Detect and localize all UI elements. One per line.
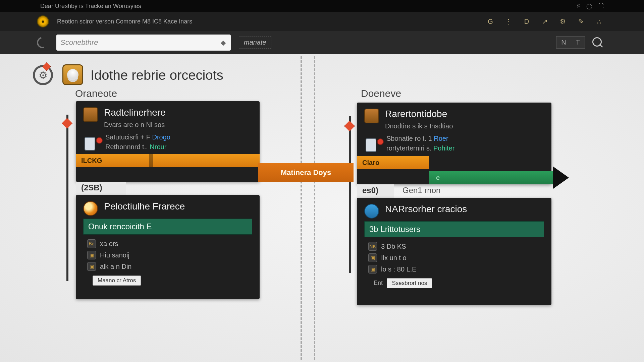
globe-icon — [364, 204, 379, 219]
list-item[interactable]: Be xa ors — [76, 238, 260, 249]
bar-subvalue-left: (2SB) — [76, 182, 126, 195]
section-label-left: Oraneote — [75, 88, 117, 99]
item-label: lo s : 80 L.E — [381, 265, 417, 273]
item-label: Hiu sanoij — [100, 251, 129, 259]
node-line: Rethonnnrd t.. Nrour — [105, 142, 170, 152]
node-right-lower[interactable]: NARrsorher cracios 3b Lrittotusers NK 3 … — [357, 198, 551, 305]
section-label-right: Doeneve — [361, 88, 401, 99]
browser-icon — [83, 201, 98, 216]
node-line: rortyterterniri s. Pohiter — [386, 143, 454, 153]
item-label: alk a n Din — [100, 263, 132, 270]
node-title: Radtelinerhere — [104, 107, 166, 118]
search-input[interactable] — [60, 38, 219, 47]
connector-label: Matinera Doys — [258, 163, 354, 182]
node-line: Satutucisrfi + F Drogo — [105, 132, 170, 142]
item-label: xa ors — [100, 240, 118, 248]
menu-edit-icon[interactable]: ✎ — [576, 17, 586, 26]
window-min-icon[interactable]: ⎘ — [577, 3, 580, 9]
arrow-right-icon — [553, 166, 569, 189]
menu-bar: ● Reotion sciror verson Comonre M8 IC8 K… — [0, 12, 644, 31]
node-left-lower[interactable]: Peloctiulhe Frarece Onuk rencoicith E Be… — [76, 195, 260, 299]
list-item[interactable]: ▣ lo s : 80 L.E — [357, 263, 551, 275]
item-icon: Be — [87, 239, 96, 248]
menu-items[interactable]: Reotion sciror verson Comonre M8 IC8 Kac… — [57, 18, 192, 25]
node-title: Rarertontidobe — [385, 109, 453, 119]
window-controls: ⎘ ◯ ⛶ — [577, 3, 604, 9]
item-label: 3 Db KS — [381, 243, 406, 250]
strip-label: Onuk rencoicith E — [88, 222, 152, 231]
flag-marker-icon — [62, 118, 72, 129]
menu-dots-icon[interactable]: ⋮ — [504, 17, 513, 26]
page-title: Idothe rebrie orceciots — [91, 68, 223, 83]
bar-label: ILCKG — [81, 157, 102, 165]
item-icon: ▣ — [368, 253, 377, 262]
right-wire — [349, 116, 351, 273]
toolbar-tabs[interactable]: N T — [556, 36, 585, 49]
node-line: Sbonatle ro t. 1 Roer — [386, 134, 454, 143]
center-guide — [299, 54, 316, 362]
bar-subvalue-right: es0) — [357, 184, 394, 198]
item-label: Ilx un t o — [381, 254, 407, 262]
item-icon: NK — [368, 242, 377, 251]
menu-gear-icon[interactable]: ⚙ — [558, 17, 568, 26]
node-line: Dnodtire s ik s Insdtiao — [385, 121, 453, 131]
menu-g-icon[interactable]: G — [486, 17, 495, 26]
node-progress-bar[interactable]: Claro — [357, 156, 429, 169]
list-item[interactable]: ▣ Hiu sanoij — [76, 249, 260, 261]
item-icon: ▣ — [87, 262, 96, 271]
node-line: Dvars are o n Nl sos — [104, 120, 166, 130]
node-action-button[interactable]: Ssesbrort nos — [387, 278, 432, 288]
menu-right-icons: G ⋮ D ↗ ⚙ ✎ ⛬ — [486, 17, 604, 26]
meter-icon — [366, 137, 386, 151]
node-title: Peloctiulhe Frarece — [104, 201, 185, 212]
toolbar: ◆ manate N T — [0, 31, 644, 54]
menu-link-icon[interactable]: ↗ — [540, 17, 549, 26]
loading-spinner-icon — [35, 35, 50, 50]
graph-canvas[interactable]: ⚙ Idothe rebrie orceciots Oraneote Doene… — [0, 54, 644, 362]
toolbar-tab-n[interactable]: N — [556, 37, 571, 48]
menu-chart-icon[interactable]: ⛬ — [594, 17, 604, 26]
app-icon — [62, 64, 83, 85]
flag-marker-icon — [344, 121, 355, 131]
node-header-strip[interactable]: Onuk rencoicith E — [83, 219, 252, 235]
toolbar-right: N T — [556, 36, 604, 49]
item-icon: ▣ — [368, 265, 377, 274]
node-action-button[interactable]: Maano cr Atros — [93, 276, 141, 286]
toolbar-mode-label[interactable]: manate — [239, 36, 271, 49]
node-title: NARrsorher cracios — [385, 204, 467, 215]
strip-label: 3b Lrittotusers — [369, 225, 420, 234]
green-bar-label: c — [436, 174, 440, 182]
list-item[interactable]: NK 3 Db KS — [357, 241, 551, 252]
menu-d-icon[interactable]: D — [522, 17, 531, 26]
bar-extra-label: Gen1 rnon — [402, 186, 440, 195]
left-wire — [66, 115, 68, 281]
toolbar-tab-t[interactable]: T — [571, 37, 585, 48]
meter-icon — [85, 136, 105, 150]
bar-label: Claro — [362, 159, 379, 167]
search-box[interactable]: ◆ — [56, 35, 231, 51]
window-titlebar: Dear Ureshby is Trackelan Worusyies ⎘ ◯ … — [0, 0, 644, 12]
window-close-icon[interactable]: ⛶ — [598, 3, 604, 9]
node-header-strip[interactable]: 3b Lrittotusers — [364, 221, 544, 237]
search-dropdown-icon[interactable]: ◆ — [219, 39, 227, 46]
settings-gear-icon[interactable]: ⚙ — [33, 65, 53, 85]
node-thumb-icon — [364, 109, 379, 123]
pin-icon — [42, 62, 51, 71]
item-icon: ▣ — [87, 251, 96, 259]
green-progress-bar[interactable]: c — [429, 171, 553, 184]
list-item[interactable]: ▣ Ilx un t o — [357, 252, 551, 263]
menu-items-text[interactable]: Reotion sciror verson Comonre M8 IC8 Kac… — [57, 18, 192, 25]
list-item[interactable]: ▣ alk a n Din — [76, 261, 260, 272]
window-title: Dear Ureshby is Trackelan Worusyies — [40, 3, 141, 10]
brand-shield-icon: ● — [37, 15, 49, 27]
node-progress-bar[interactable]: ILCKG — [76, 154, 260, 167]
button-prefix-label: Ent — [374, 280, 383, 286]
search-icon[interactable] — [592, 37, 604, 49]
node-thumb-icon — [83, 107, 98, 122]
window-max-icon[interactable]: ◯ — [586, 3, 592, 9]
node-left-upper[interactable]: Radtelinerhere Dvars are o n Nl sos Satu… — [76, 101, 260, 182]
